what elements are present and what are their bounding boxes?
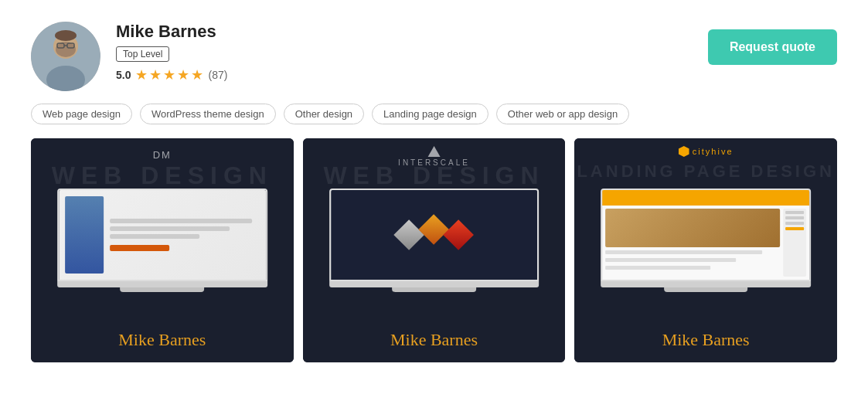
screen-header-bar — [602, 190, 809, 206]
sidebar-cta — [785, 227, 804, 230]
tags-section: Web page design WordPress theme design O… — [0, 104, 868, 138]
tag-landing-page[interactable]: Landing page design — [372, 104, 488, 124]
text-ph-1 — [605, 250, 762, 254]
text-ph-3 — [605, 266, 710, 270]
tag-other-design[interactable]: Other design — [284, 104, 364, 124]
cta-button-shape — [110, 245, 169, 251]
profile-left: Mike Barnes Top Level 5.0 ★ ★ ★ ★ ★ (87) — [31, 22, 227, 91]
rating-row: 5.0 ★ ★ ★ ★ ★ (87) — [116, 66, 227, 83]
text-line-3 — [110, 234, 199, 239]
portfolio-grid: WEB DESIGN DM — [0, 138, 868, 386]
text-ph-2 — [605, 258, 736, 262]
star-3: ★ — [163, 66, 175, 83]
card-3-laptop — [601, 189, 811, 292]
stars: ★ ★ ★ ★ ★ — [135, 66, 203, 83]
profile-section: Mike Barnes Top Level 5.0 ★ ★ ★ ★ ★ (87)… — [0, 0, 868, 104]
diamond-shapes — [398, 224, 469, 246]
profile-info: Mike Barnes Top Level 5.0 ★ ★ ★ ★ ★ (87) — [116, 22, 227, 83]
card-1-laptop-base — [57, 281, 267, 287]
svg-point-7 — [55, 30, 77, 41]
hex-icon — [679, 146, 689, 157]
card-2-laptop — [329, 189, 540, 292]
card-2-laptop-base — [329, 281, 540, 287]
card-3-screen — [601, 189, 811, 281]
card-2-screen — [329, 189, 540, 281]
card-2-canvas: WEB DESIGN INTERSCALE — [303, 138, 566, 362]
text-line-2 — [110, 226, 230, 231]
portfolio-item-3[interactable]: LANDING PAGE DESIGN cityhive — [574, 138, 837, 362]
card-3-laptop-stand — [664, 287, 748, 292]
card-3-laptop-base — [601, 281, 811, 287]
text-content — [110, 219, 260, 251]
card-1-canvas: WEB DESIGN DM — [31, 138, 294, 362]
card-1-laptop — [57, 189, 267, 292]
card-1-logo: DM — [153, 149, 172, 161]
request-quote-button[interactable]: Request quote — [708, 29, 837, 65]
diamond-1 — [394, 219, 425, 250]
screen-sidebar — [783, 209, 806, 277]
portfolio-item-1[interactable]: WEB DESIGN DM — [31, 138, 294, 362]
top-level-badge: Top Level — [116, 46, 169, 62]
card-1-bg-text: WEB DESIGN — [52, 161, 273, 190]
card-3-canvas: LANDING PAGE DESIGN cityhive — [574, 138, 837, 362]
building-placeholder — [605, 209, 780, 247]
card-3-logo-text: cityhive — [693, 147, 734, 156]
rating-number: 5.0 — [116, 69, 131, 81]
card-1-signature: Mike Barnes — [118, 330, 206, 350]
card-3-bg-text: LANDING PAGE DESIGN — [577, 161, 835, 182]
card-3-screen-content — [602, 190, 809, 280]
sidebar-line-3 — [785, 222, 804, 225]
sidebar-line-1 — [785, 211, 804, 214]
sidebar-line-2 — [785, 216, 804, 219]
card-1-screen — [57, 189, 267, 281]
card-2-logo-text: INTERSCALE — [398, 158, 470, 167]
tag-other-web[interactable]: Other web or app design — [496, 104, 629, 124]
screen-main — [605, 209, 780, 277]
card-1-laptop-stand — [120, 287, 204, 292]
text-line-1 — [110, 219, 252, 223]
diamond-2 — [419, 214, 450, 245]
screen-body — [602, 206, 809, 280]
star-4: ★ — [177, 66, 189, 83]
review-count: (87) — [208, 69, 227, 81]
card-3-logo: cityhive — [679, 146, 734, 157]
portfolio-item-2[interactable]: WEB DESIGN INTERSCALE — [303, 138, 566, 362]
star-1: ★ — [135, 66, 148, 83]
card-2-logo: INTERSCALE — [398, 146, 470, 167]
tag-wordpress[interactable]: WordPress theme design — [140, 104, 276, 124]
card-2-screen-content — [331, 190, 538, 280]
person-shape — [65, 196, 104, 274]
card-2-laptop-stand — [392, 287, 476, 292]
tag-web-page-design[interactable]: Web page design — [31, 104, 132, 124]
cityhive-logo: cityhive — [679, 146, 734, 157]
card-2-signature: Mike Barnes — [390, 330, 478, 350]
diamond-3 — [444, 219, 475, 250]
card-1-screen-content — [59, 190, 266, 280]
star-5: ★ — [191, 66, 203, 83]
svg-point-2 — [56, 42, 76, 57]
profile-name: Mike Barnes — [116, 22, 227, 42]
avatar — [31, 22, 100, 91]
card-3-signature: Mike Barnes — [662, 330, 750, 350]
triangle-icon — [427, 146, 440, 157]
star-2: ★ — [149, 66, 162, 83]
